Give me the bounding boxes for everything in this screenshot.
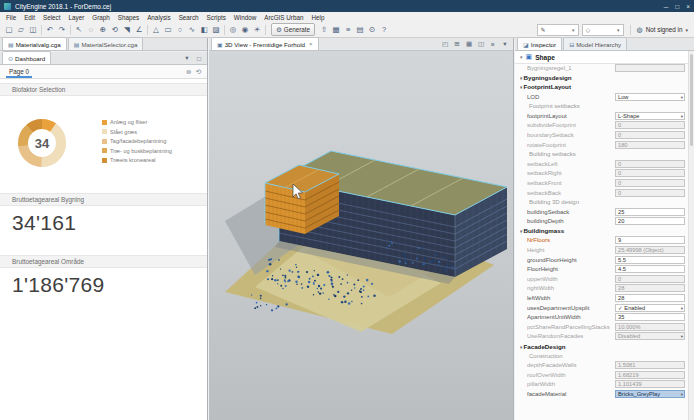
signin-label: Not signed in — [646, 26, 683, 33]
circle-create-icon[interactable]: ○ — [174, 24, 186, 36]
chart-options-icon[interactable]: ⊛ — [186, 68, 191, 76]
param-value-height[interactable]: 25.49998 (Object) — [615, 246, 685, 254]
param-value-depthfacadewalls[interactable]: 1.5081 — [615, 361, 685, 369]
menu-file[interactable]: File — [2, 14, 20, 21]
isometric-view-icon[interactable]: ▦ — [464, 39, 474, 49]
inspector-row-building-setbacks: Building setbacks — [515, 149, 688, 159]
param-value-userandomfacades[interactable]: Disabled — [615, 332, 685, 340]
view-settings-icon[interactable]: ≡ — [488, 39, 498, 49]
tab-3d-view[interactable]: ▣ 3D View - Fremtidige Forhold × — [211, 37, 319, 50]
rectangle-create-icon[interactable]: ▭ — [162, 24, 174, 36]
param-label: NrFloors — [527, 237, 615, 243]
param-value-usesdepartmentupsplit[interactable]: ✓ Enabled — [615, 304, 685, 312]
reports-icon[interactable]: ▦ — [330, 24, 342, 36]
grid-view-icon[interactable]: ⊞ — [452, 39, 462, 49]
maximize-button[interactable]: □ — [675, 3, 679, 10]
param-value-setbackleft[interactable]: 0 — [615, 160, 685, 168]
scale-tool-icon[interactable]: ◥ — [121, 24, 133, 36]
snapping-select[interactable]: ◇ — [582, 24, 624, 36]
param-value-setbackright[interactable]: 0 — [615, 169, 685, 177]
menu-help[interactable]: Help — [307, 14, 328, 21]
param-value-rotatefootprint[interactable]: 180 — [615, 141, 685, 149]
open-icon[interactable]: ▱ — [15, 24, 27, 36]
param-label: Height — [527, 247, 615, 253]
menu-window[interactable]: Window — [230, 14, 260, 21]
camera-icon[interactable]: ◉ — [239, 24, 251, 36]
maximize-dashboard-icon[interactable]: □ — [194, 53, 204, 63]
close-button[interactable]: × — [686, 3, 690, 10]
file-tab-materialvalg-cga[interactable]: ▤Materialvalg.cga — [2, 37, 67, 50]
minimize-button[interactable]: ─ — [664, 3, 669, 10]
help-icon[interactable]: ? — [378, 24, 390, 36]
tab-page-0[interactable]: Page 0 — [6, 66, 32, 78]
generate-button[interactable]: ⚙ Generate — [271, 23, 315, 36]
menu-shapes[interactable]: Shapes — [114, 14, 143, 21]
param-value-apartmentunitwidth[interactable]: 35 — [615, 313, 685, 321]
move-tool-icon[interactable]: ⊕ — [97, 24, 109, 36]
layers-icon[interactable]: ▤ — [354, 24, 366, 36]
menu-graph[interactable]: Graph — [88, 14, 114, 21]
polygon-create-icon[interactable]: △ — [150, 24, 162, 36]
param-value-buildingdepth[interactable]: 20 — [615, 217, 685, 225]
param-value-nrfloors[interactable]: 9 — [615, 236, 685, 244]
chevron-down-icon[interactable]: ▾ — [520, 54, 523, 60]
refresh-icon[interactable]: ⟲ — [196, 68, 201, 76]
param-value-rightwidth[interactable]: 28 — [615, 284, 685, 292]
tab-inspector[interactable]: ◪Inspector — [517, 37, 562, 50]
param-value-setbackfront[interactable]: 0 — [615, 179, 685, 187]
menu-select[interactable]: Select — [39, 14, 65, 21]
viewport-canvas[interactable] — [209, 51, 513, 420]
file-tab-materialselector-cga[interactable]: ▤MaterialSelector.cga — [68, 37, 144, 50]
tab-label: 3D View - Fremtidige Forhold — [225, 41, 305, 48]
street-create-icon[interactable]: ∿ — [186, 24, 198, 36]
param-value-pctsharerandparcellingstacks[interactable]: 10.000% — [615, 323, 685, 331]
param-value-roofoverwidth[interactable]: 1.68219 — [615, 371, 685, 379]
param-value-setbackback[interactable]: 0 — [615, 189, 685, 197]
menu-analysis[interactable]: Analysis — [143, 14, 174, 21]
view-layout-icon[interactable]: ◰ — [440, 39, 450, 49]
split-tool-icon[interactable]: ◧ — [198, 24, 210, 36]
view-menu-icon[interactable]: ▾ — [182, 53, 192, 63]
redo-icon[interactable]: ↷ — [56, 24, 68, 36]
inspector-scrollbar[interactable] — [688, 51, 694, 420]
select-tool-icon[interactable]: ↖ — [73, 24, 85, 36]
tab-dashboard[interactable]: ⊙ Dashboard — [2, 51, 51, 64]
param-value-facadematerial[interactable]: Bricks_GreyPlay — [615, 390, 685, 398]
close-tab-icon[interactable]: × — [309, 41, 313, 47]
param-value-boundarysetback[interactable]: 0 — [615, 131, 685, 139]
menu-arcgis-urban[interactable]: ArcGIS Urban — [260, 14, 307, 21]
console-icon[interactable]: ≡ — [342, 24, 354, 36]
menu-scripts[interactable]: Scripts — [203, 14, 230, 21]
view-dropdown-icon[interactable]: ▾ — [500, 39, 510, 49]
rotate-tool-icon[interactable]: ⟲ — [109, 24, 121, 36]
texture-tool-icon[interactable]: ▨ — [210, 24, 222, 36]
scrollbar-thumb[interactable] — [690, 54, 693, 146]
param-value-bygningsregel-1[interactable] — [615, 64, 685, 72]
save-icon[interactable]: ◫ — [27, 24, 39, 36]
param-value-buildingsetback[interactable]: 25 — [615, 208, 685, 216]
menu-layer[interactable]: Layer — [65, 14, 89, 21]
export-models-icon[interactable]: ⇧ — [318, 24, 330, 36]
param-value-upperwidth[interactable]: 0 — [615, 275, 685, 283]
measure-tool-icon[interactable]: ∠ — [133, 24, 145, 36]
menu-search[interactable]: Search — [175, 14, 203, 21]
signin-button[interactable]: ◍ Not signed in — [637, 26, 688, 34]
undo-icon[interactable]: ↶ — [44, 24, 56, 36]
param-value-groundfloorheight[interactable]: 5.5 — [615, 256, 685, 264]
menu-edit[interactable]: Edit — [20, 14, 39, 21]
param-value-pillarwidth[interactable]: 1.101439 — [615, 380, 685, 388]
viewport-3d[interactable] — [209, 51, 513, 420]
param-value-subdividefootprint[interactable]: 0 — [615, 121, 685, 129]
sun-light-icon[interactable]: ☀ — [251, 24, 263, 36]
tab-model-hierarchy[interactable]: ⊟Model Hierarchy — [563, 37, 627, 50]
draw-mode-select[interactable]: ✎ — [537, 24, 579, 36]
param-value-leftwidth[interactable]: 28 — [615, 294, 685, 302]
options-icon[interactable]: ⊙ — [366, 24, 378, 36]
param-value-floorheight[interactable]: 4.5 — [615, 265, 685, 273]
lasso-select-icon[interactable]: ◌ — [85, 24, 97, 36]
new-scene-icon[interactable]: ▢ — [3, 24, 15, 36]
param-value-footprintlayout[interactable]: L-Shape — [615, 112, 685, 120]
frame-view-icon[interactable]: ◎ — [227, 24, 239, 36]
param-value-lod[interactable]: Low — [615, 93, 685, 101]
bookmarks-icon[interactable]: ◫ — [476, 39, 486, 49]
